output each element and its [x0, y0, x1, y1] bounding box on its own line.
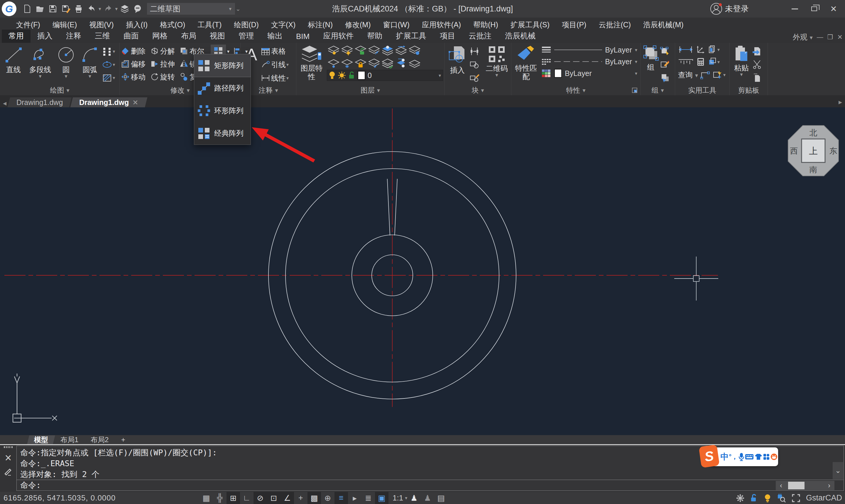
line-button[interactable]: 直线 — [1, 44, 26, 85]
dynamic-ucs-icon[interactable]: ⊡ — [267, 492, 281, 504]
panel-label-layers[interactable]: 图层 — [296, 85, 444, 95]
layout-tab-1[interactable]: 布局1 — [53, 435, 85, 444]
measure-distance-icon[interactable] — [678, 46, 693, 53]
menu-insert[interactable]: 插入(I) — [120, 20, 154, 30]
erase-button[interactable]: 删除 — [121, 46, 150, 56]
layer-walk-icon[interactable] — [394, 57, 408, 70]
tab-bim[interactable]: BIM — [289, 31, 316, 43]
appearance-button[interactable]: 外观 — [793, 32, 813, 42]
panel-label-properties[interactable]: 特性 — [511, 85, 640, 95]
layer-lock-icon[interactable] — [354, 57, 367, 70]
dynamic-input-icon[interactable]: ⊞ — [227, 492, 240, 504]
doc-tabs-scroll-right-icon[interactable]: ▸ — [839, 98, 842, 106]
table-button[interactable]: 表格 — [261, 46, 295, 56]
menu-express[interactable]: 扩展工具(S) — [504, 20, 556, 30]
properties-dialog-launcher-icon[interactable] — [631, 87, 638, 93]
layout-tab-2[interactable]: 布局2 — [84, 435, 116, 444]
tab-help[interactable]: 帮助 — [360, 30, 389, 43]
panel-label-clipboard[interactable]: 剪贴板 — [730, 85, 768, 95]
doc-minimize-icon[interactable]: — — [817, 33, 823, 41]
object-snap-icon[interactable]: + — [294, 492, 307, 504]
layer-make-current-icon[interactable] — [367, 44, 381, 57]
panel-label-draw[interactable]: 绘图 — [0, 85, 119, 95]
lineweight-display-icon[interactable]: ≡ — [334, 492, 348, 504]
menu-modify[interactable]: 修改(M) — [339, 20, 377, 30]
quick-properties-icon[interactable]: ▸ — [348, 492, 362, 504]
command-horizontal-scrollbar[interactable]: ‹ › — [776, 481, 834, 490]
id-point-icon[interactable] — [696, 45, 705, 54]
point-tools-button[interactable]: ▾ — [102, 47, 118, 56]
layer-freeze-icon[interactable] — [340, 57, 354, 70]
doc-restore-icon[interactable]: ❒ — [827, 33, 833, 41]
layer-unisolate-icon[interactable] — [381, 57, 394, 70]
menu-text[interactable]: 文字(X) — [265, 20, 302, 30]
qrcode-button[interactable]: 二维码▾ — [484, 44, 510, 85]
menu-mechanical[interactable]: 浩辰机械(M) — [637, 20, 689, 30]
match-properties-button[interactable]: 特性匹配 — [513, 44, 540, 85]
scroll-left-icon[interactable]: ‹ — [776, 482, 786, 490]
layer-combo[interactable]: 0 ▾ — [327, 70, 443, 81]
array-dropdown-icon[interactable]: ▾ — [227, 49, 229, 54]
polyline-button[interactable]: 多段线▾ — [26, 44, 55, 85]
save-button[interactable] — [46, 2, 59, 15]
tab-3d[interactable]: 三维 — [88, 30, 117, 43]
autolayer-icon[interactable]: ≣ — [362, 492, 375, 504]
layout-tab-model[interactable]: 模型 — [27, 435, 55, 444]
menu-draw[interactable]: 绘图(D) — [228, 20, 265, 30]
tab-output[interactable]: 输出 — [261, 30, 289, 43]
tab-layout[interactable]: 布局 — [174, 30, 203, 43]
command-scroll-down-icon[interactable]: ⌄ — [833, 462, 843, 479]
command-input-line[interactable]: 命令: — [17, 480, 844, 490]
panel-label-block[interactable]: 块 — [444, 85, 511, 95]
sogou-logo[interactable]: S — [699, 445, 719, 468]
ime-punct-button[interactable]: °， — [729, 452, 738, 461]
group-button[interactable]: 组 — [642, 44, 660, 85]
selection-cycling-icon[interactable]: ⊕ — [321, 492, 334, 504]
new-file-button[interactable] — [20, 2, 33, 15]
color-select[interactable]: ByLayer ▾ — [541, 68, 637, 79]
doc-tabs-scroll-left-icon[interactable]: ◂ — [3, 99, 6, 107]
minimize-button[interactable] — [786, 2, 803, 15]
layer-off-icon[interactable] — [327, 57, 340, 70]
layer-merge-icon[interactable] — [408, 57, 421, 70]
layer-combo-dropdown-icon[interactable]: ▾ — [439, 73, 441, 78]
menu-window[interactable]: 窗口(W) — [377, 20, 416, 30]
block-edit-icon[interactable] — [469, 47, 484, 56]
undo-button[interactable] — [85, 2, 98, 15]
drawing-canvas[interactable]: 北 西 东 南 上 — [0, 107, 845, 435]
tab-manage[interactable]: 管理 — [232, 30, 261, 43]
fullscreen-icon[interactable] — [792, 494, 800, 502]
ime-mic-icon[interactable] — [738, 452, 745, 461]
ui-lock-icon[interactable] — [750, 494, 758, 502]
block-write-icon[interactable] — [469, 74, 484, 83]
user-avatar[interactable] — [710, 2, 723, 15]
tab-express[interactable]: 扩展工具 — [389, 30, 433, 43]
restore-button[interactable] — [806, 2, 823, 15]
tab-home[interactable]: 常用 — [2, 30, 31, 43]
arc-button[interactable]: 圆弧▾ — [77, 44, 102, 85]
measure-area-icon[interactable] — [678, 58, 693, 66]
layer-settings-icon[interactable] — [408, 44, 421, 57]
undo-dropdown-icon[interactable]: ▾ — [99, 6, 101, 12]
close-button[interactable]: ✕ — [825, 2, 842, 15]
tab-apps[interactable]: 应用软件 — [316, 30, 360, 43]
doc-close-icon[interactable]: ✕ — [838, 33, 843, 41]
linear-dim-button[interactable]: 线性▾ — [261, 73, 295, 83]
copy-clip-icon[interactable] — [752, 73, 765, 83]
tab-insert[interactable]: 插入 — [31, 30, 59, 43]
leader-button[interactable]: 引线▾ — [261, 60, 295, 70]
command-close-icon[interactable]: × — [5, 453, 12, 463]
redo-button[interactable] — [102, 2, 115, 15]
tab-mechanical[interactable]: 浩辰机械 — [498, 30, 542, 43]
menu-cloud-markup[interactable]: 云批注(C) — [592, 20, 637, 30]
menu-project[interactable]: 项目(P) — [556, 20, 592, 30]
tab-annotate[interactable]: 注释 — [59, 30, 88, 43]
menu-item-classic-array[interactable]: 经典阵列 — [194, 122, 250, 145]
menu-item-polar-array[interactable]: 环形阵列 — [194, 100, 250, 122]
tab-project[interactable]: 项目 — [433, 30, 462, 43]
group-create-icon[interactable] — [660, 47, 673, 56]
panel-label-utilities[interactable]: 实用工具 — [675, 85, 729, 95]
point-style-icon[interactable] — [700, 70, 710, 79]
scrollbar-thumb[interactable] — [788, 482, 805, 489]
menu-dimension[interactable]: 标注(N) — [302, 20, 339, 30]
